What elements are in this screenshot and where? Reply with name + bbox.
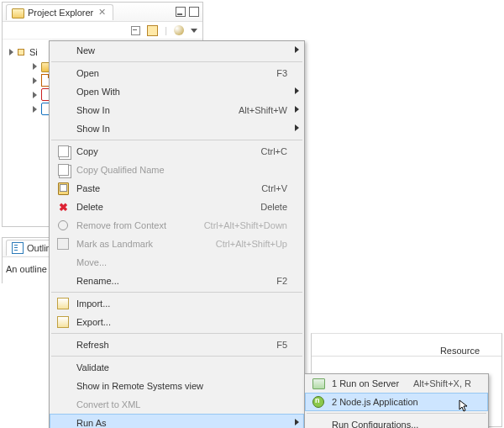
expand-icon[interactable]: [33, 63, 37, 70]
menu-item-label: Open: [73, 68, 276, 78]
menu-item-export[interactable]: Export...: [50, 313, 304, 331]
menu-item-move: Move...: [50, 253, 304, 272]
minimize-icon[interactable]: [176, 7, 186, 17]
submenu-item-accelerator: Alt+Shift+X, R: [413, 378, 471, 388]
column-resource[interactable]: Resource: [440, 346, 480, 356]
menu-separator: [51, 356, 302, 357]
menu-item-accelerator: F3: [276, 68, 287, 78]
menu-item-show-in[interactable]: Show InAlt+Shift+W: [50, 101, 304, 119]
expand-icon[interactable]: [33, 92, 37, 98]
submenu-arrow-icon: [295, 46, 299, 53]
menu-item-label: Export...: [73, 317, 287, 327]
menu-item-label: Show In: [73, 124, 287, 134]
menu-item-label: Show In: [73, 105, 239, 115]
context-menu: NewOpenF3Open WithShow InAlt+Shift+WShow…: [49, 40, 305, 428]
submenu-arrow-icon: [295, 419, 299, 425]
decorator-icon: [18, 49, 24, 55]
menu-item-icon: [53, 220, 73, 230]
toolbar-separator: |: [165, 25, 167, 35]
menu-item-icon: [53, 238, 73, 250]
menu-item-label: Validate: [73, 362, 287, 373]
run-as-submenu: 1 Run on ServerAlt+Shift+X, R2 Node.js A…: [304, 373, 489, 428]
submenu-item-icon: [308, 396, 328, 408]
menu-item-label: Import...: [73, 299, 287, 309]
outline-icon: [12, 242, 24, 254]
link-editor-icon[interactable]: [147, 25, 158, 36]
menu-item-icon: [53, 182, 73, 195]
menu-item-refresh[interactable]: RefreshF5: [50, 336, 304, 354]
submenu-item-label: Run Configurations...: [328, 420, 471, 428]
filters-icon[interactable]: [174, 25, 184, 35]
menu-separator: [51, 333, 302, 334]
menu-item-accelerator: F5: [276, 340, 287, 350]
menu-item-label: Rename...: [73, 276, 276, 286]
project-explorer-tab[interactable]: Project Explorer ✕: [6, 4, 113, 20]
menu-item-new[interactable]: New: [50, 41, 304, 60]
menu-item-mark-as-landmark: Mark as LandmarkCtrl+Alt+Shift+Up: [50, 235, 304, 253]
menu-item-remove-from-context: Remove from ContextCtrl+Alt+Shift+Down: [50, 216, 304, 235]
menu-item-accelerator: Ctrl+C: [261, 146, 287, 156]
project-explorer-title: Project Explorer: [28, 8, 93, 18]
maximize-icon[interactable]: [189, 7, 199, 17]
menu-item-copy[interactable]: CopyCtrl+C: [50, 142, 304, 161]
submenu-item-1-run-on-server[interactable]: 1 Run on ServerAlt+Shift+X, R: [305, 374, 488, 393]
project-explorer-header: Project Explorer ✕: [3, 3, 202, 22]
menu-item-accelerator: Alt+Shift+W: [239, 105, 287, 115]
menu-item-label: Move...: [73, 257, 287, 267]
menu-item-icon: [53, 298, 73, 309]
menu-item-accelerator: Ctrl+Alt+Shift+Up: [216, 239, 287, 249]
expand-icon[interactable]: [9, 49, 13, 55]
submenu-arrow-icon: [295, 106, 299, 113]
menu-item-label: Remove from Context: [73, 220, 204, 230]
menu-item-accelerator: Ctrl+Alt+Shift+Down: [204, 220, 287, 230]
menu-item-label: Show in Remote Systems view: [73, 381, 287, 391]
menu-item-label: Copy: [73, 146, 261, 156]
menu-item-validate[interactable]: Validate: [50, 358, 304, 377]
menu-item-accelerator: Ctrl+V: [261, 183, 287, 193]
tree-root-label: Si: [29, 47, 38, 57]
menu-item-show-in-remote-systems-view[interactable]: Show in Remote Systems view: [50, 377, 304, 395]
submenu-item-icon: [308, 378, 328, 389]
menu-item-show-in[interactable]: Show In: [50, 119, 304, 138]
menu-item-label: New: [73, 45, 287, 55]
view-menu-icon[interactable]: [191, 29, 197, 33]
expand-icon[interactable]: [33, 106, 37, 113]
menu-item-icon: ✖: [53, 201, 73, 214]
close-icon[interactable]: ✕: [97, 7, 108, 18]
menu-item-rename[interactable]: Rename...F2: [50, 272, 304, 290]
menu-separator: [51, 61, 302, 62]
submenu-arrow-icon: [295, 124, 299, 131]
menu-item-accelerator: Delete: [260, 202, 287, 212]
project-explorer-toolbar: |: [3, 22, 202, 40]
menu-item-icon: [53, 316, 73, 328]
submenu-item-label: 1 Run on Server: [328, 378, 413, 388]
menu-item-label: Run As: [73, 418, 287, 428]
menu-item-label: Delete: [73, 202, 260, 212]
menu-item-icon: [53, 164, 73, 176]
menu-item-convert-to-xml: Convert to XML: [50, 395, 304, 414]
menu-item-label: Paste: [73, 183, 261, 193]
menu-item-label: Refresh: [73, 340, 276, 350]
menu-item-label: Mark as Landmark: [73, 239, 216, 249]
menu-item-label: Convert to XML: [73, 399, 287, 410]
submenu-item-run-configurations[interactable]: Run Configurations...: [305, 415, 488, 428]
project-explorer-icon: [12, 8, 24, 18]
menu-item-delete[interactable]: ✖DeleteDelete: [50, 198, 304, 216]
menu-item-open[interactable]: OpenF3: [50, 64, 304, 82]
menu-item-run-as[interactable]: Run As: [50, 414, 304, 428]
menu-item-icon: [53, 145, 73, 157]
menu-item-import[interactable]: Import...: [50, 294, 304, 313]
menu-separator: [51, 292, 302, 293]
menu-item-label: Copy Qualified Name: [73, 165, 287, 175]
menu-item-copy-qualified-name: Copy Qualified Name: [50, 161, 304, 179]
submenu-item-label: 2 Node.js Application: [328, 397, 471, 407]
menu-item-paste[interactable]: PasteCtrl+V: [50, 179, 304, 198]
menu-item-open-with[interactable]: Open With: [50, 82, 304, 101]
submenu-arrow-icon: [295, 87, 299, 94]
submenu-item-2-node-js-application[interactable]: 2 Node.js Application: [305, 393, 488, 411]
problems-columns: Resource: [312, 334, 501, 357]
menu-separator: [307, 413, 486, 414]
menu-item-label: Open With: [73, 87, 287, 97]
collapse-all-icon[interactable]: [131, 26, 140, 35]
expand-icon[interactable]: [33, 77, 37, 84]
